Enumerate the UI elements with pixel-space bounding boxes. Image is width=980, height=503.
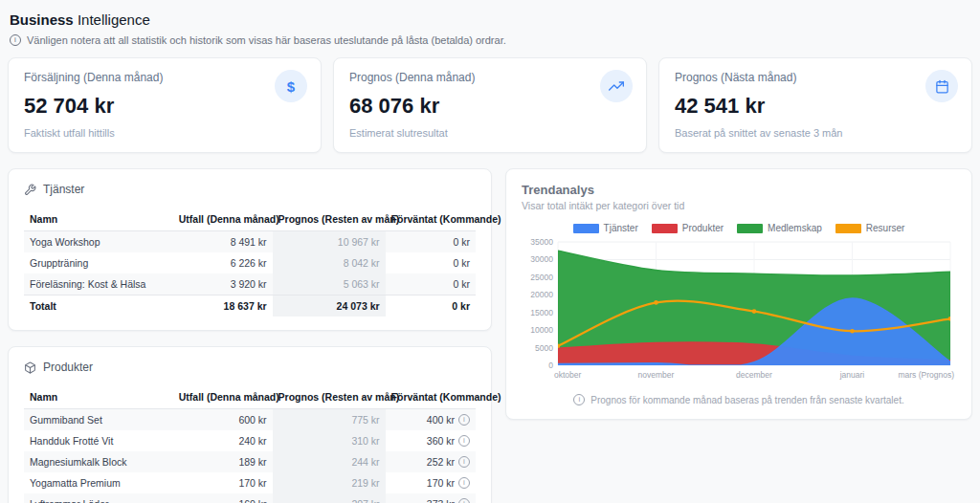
svg-text:20000: 20000 [530, 290, 553, 299]
col-prognos: Prognos (Resten av mån) [273, 385, 386, 409]
svg-text:oktober: oktober [554, 370, 582, 380]
stat-subtext: Estimerat slutresultat [349, 127, 631, 139]
svg-text:januari: januari [839, 370, 865, 380]
cell-prognos: 8 042 kr [273, 252, 386, 273]
stat-subtext: Baserat på snittet av senaste 3 mån [675, 127, 956, 139]
cell-utfall: 160 kr [173, 493, 273, 503]
info-notice: i Vänligen notera att all statistik och … [10, 34, 972, 46]
products-panel: Produkter Namn Utfall (Denna månad) Prog… [8, 346, 492, 503]
page-title: Business Intelligence [10, 11, 972, 28]
cell-utfall: 8 491 kr [173, 231, 273, 253]
calendar-icon [925, 70, 958, 102]
cell-forvantat: 0 kr [386, 231, 476, 253]
trend-footer-text: Prognos för kommande månad baseras på tr… [590, 395, 903, 405]
col-namn: Namn [24, 385, 173, 409]
services-table: Namn Utfall (Denna månad) Prognos (Reste… [24, 208, 476, 317]
cell-utfall: 170 kr [173, 472, 273, 493]
trend-panel-title: Trendanalys [522, 183, 956, 197]
legend-swatch [737, 224, 763, 233]
cell-forvantat: 0 kr [386, 273, 476, 295]
svg-text:30000: 30000 [530, 254, 553, 264]
cell-utfall: 189 kr [173, 451, 273, 472]
table-row: Handduk Frotté Vit240 kr310 kr360 kri [24, 430, 476, 451]
right-column: Trendanalys Visar total intäkt per kateg… [505, 168, 972, 420]
svg-text:december: december [736, 370, 772, 380]
package-icon [24, 361, 36, 374]
legend-label: Tjänster [604, 223, 638, 233]
cell-forvantat: 360 kri [386, 430, 476, 451]
services-panel-title: Tjänster [43, 183, 84, 196]
products-table-header: Namn Utfall (Denna månad) Prognos (Reste… [24, 385, 476, 409]
svg-text:5000: 5000 [535, 343, 553, 353]
col-forvantat: Förväntat (Kommande) [386, 385, 476, 409]
stat-label: Försäljning (Denna månad) [24, 71, 305, 84]
cell-name: Gruppträning [24, 252, 173, 273]
cell-prognos: 310 kr [273, 430, 386, 451]
legend-item-resurser[interactable]: Resurser [835, 223, 905, 233]
cell-forvantat: 252 kri [386, 451, 476, 472]
cell-forvantat: 170 kri [386, 472, 476, 493]
table-row: Gummiband Set600 kr775 kr400 kri [24, 409, 476, 431]
row-info-icon[interactable]: i [458, 498, 470, 503]
stat-value: 68 076 kr [349, 94, 631, 119]
cell-forvantat: 0 kr [386, 252, 476, 273]
legend-label: Resurser [866, 223, 905, 233]
cell-prognos: 10 967 kr [273, 231, 386, 253]
col-utfall: Utfall (Denna månad) [173, 385, 273, 409]
legend-label: Produkter [682, 223, 724, 233]
cell-prognos: 5 063 kr [273, 273, 386, 295]
table-row: Yogamatta Premium170 kr219 kr170 kri [24, 472, 476, 493]
cell-prognos: 207 kr [273, 493, 386, 503]
info-notice-text: Vänligen notera att all statistik och hi… [27, 34, 506, 46]
info-icon: i [573, 394, 585, 405]
trend-chart[interactable]: 05000100001500020000250003000035000oktob… [522, 237, 956, 383]
cell-utfall: 600 kr [173, 409, 273, 431]
trend-panel-subtitle: Visar total intäkt per kategori över tid [522, 200, 956, 211]
row-info-icon[interactable]: i [458, 456, 470, 468]
table-row: Föreläsning: Kost & Hälsa3 920 kr5 063 k… [24, 273, 476, 295]
table-row: Gruppträning6 226 kr8 042 kr0 kr [24, 252, 476, 273]
stat-label: Prognos (Denna månad) [349, 71, 631, 84]
stat-subtext: Faktiskt utfall hittills [24, 127, 305, 139]
stat-card-forecast-current: Prognos (Denna månad) 68 076 kr Estimera… [333, 57, 647, 153]
svg-text:10000: 10000 [530, 325, 553, 335]
cell-name: Yoga Workshop [24, 231, 173, 253]
row-info-icon[interactable]: i [458, 435, 470, 447]
cell-forvantat: 0 kr [386, 295, 476, 317]
left-column: Tjänster Namn Utfall (Denna månad) Progn… [8, 168, 492, 503]
trend-footer: i Prognos för kommande månad baseras på … [522, 394, 956, 405]
svg-text:november: november [638, 370, 675, 380]
col-forvantat: Förväntat (Kommande) [386, 208, 476, 231]
trend-panel: Trendanalys Visar total intäkt per kateg… [505, 168, 972, 420]
legend-item-medlemskap[interactable]: Medlemskap [737, 223, 822, 233]
chart-legend: TjänsterProdukterMedlemskapResurser [522, 223, 956, 233]
products-panel-header: Produkter [24, 361, 476, 374]
cell-forvantat: 373 kri [386, 493, 476, 503]
cell-utfall: 18 637 kr [173, 295, 273, 317]
services-panel-header: Tjänster [24, 183, 476, 196]
table-total-row: Totalt18 637 kr24 073 kr0 kr [24, 295, 476, 317]
legend-item-produkter[interactable]: Produkter [652, 223, 724, 233]
services-table-header: Namn Utfall (Denna månad) Prognos (Reste… [24, 208, 476, 231]
legend-swatch [573, 224, 599, 233]
table-row: Lyftremmar Läder160 kr207 kr373 kri [24, 493, 476, 503]
products-panel-title: Produkter [43, 361, 93, 374]
svg-text:0: 0 [548, 361, 553, 370]
legend-label: Medlemskap [768, 223, 822, 233]
col-prognos: Prognos (Resten av mån) [273, 208, 386, 231]
cell-name: Totalt [24, 295, 173, 317]
cell-prognos: 244 kr [273, 451, 386, 472]
wrench-icon [24, 184, 36, 196]
row-info-icon[interactable]: i [458, 414, 470, 426]
row-info-icon[interactable]: i [458, 477, 470, 489]
cell-utfall: 6 226 kr [173, 252, 273, 273]
svg-text:15000: 15000 [530, 308, 553, 317]
stat-cards: Försäljning (Denna månad) 52 704 kr Fakt… [8, 57, 972, 153]
cell-prognos: 775 kr [273, 409, 386, 431]
legend-swatch [652, 224, 678, 233]
trend-icon [600, 70, 633, 102]
cell-utfall: 240 kr [173, 430, 273, 451]
dollar-icon: $ [275, 70, 307, 102]
legend-item-tjänster[interactable]: Tjänster [573, 223, 638, 233]
cell-forvantat: 400 kri [386, 409, 476, 431]
